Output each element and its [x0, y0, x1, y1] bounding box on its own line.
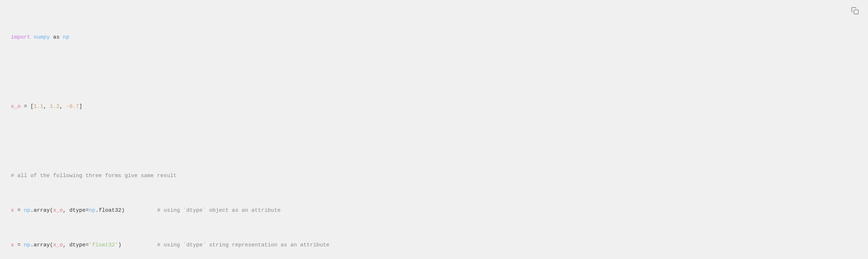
code-line-6: x = np.array(x_o, dtype=np.float32) # us…: [11, 206, 857, 215]
code-line-3: x_o = [1.1, 1.2, -0.7]: [11, 102, 857, 111]
code-line-5: # all of the following three forms give …: [11, 172, 857, 180]
code-line-7: x = np.array(x_o, dtype='float32') # usi…: [11, 241, 857, 250]
code-container: import numpy as np x_o = [1.1, 1.2, -0.7…: [0, 0, 868, 259]
svg-rect-0: [854, 10, 858, 14]
code-line-1: import numpy as np: [11, 33, 857, 42]
code-line-4: [11, 137, 857, 146]
code-block: import numpy as np x_o = [1.1, 1.2, -0.7…: [11, 7, 857, 259]
copy-button[interactable]: [849, 5, 861, 17]
code-line-2: [11, 68, 857, 76]
